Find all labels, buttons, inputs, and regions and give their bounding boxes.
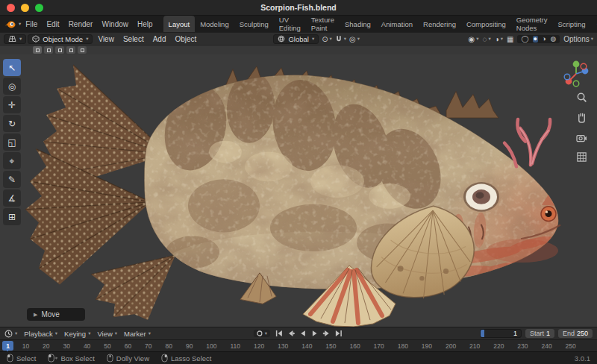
measure-tool[interactable]: ∡ <box>3 189 21 207</box>
playback-menu[interactable]: Playback▾ <box>24 330 57 338</box>
scale-tool[interactable]: ◱ <box>3 134 21 151</box>
select-box-tool[interactable]: ↖ <box>3 59 21 76</box>
tab-shading[interactable]: Shading <box>340 16 376 32</box>
scorpion-fish-model[interactable] <box>0 54 597 327</box>
play-reverse-button[interactable] <box>298 329 307 338</box>
snap-selector[interactable]: ▾ <box>335 35 346 43</box>
transform-tool[interactable]: ⌖ <box>3 152 21 169</box>
blender-version: 3.0.1 <box>575 354 590 363</box>
chevron-down-icon: ▾ <box>265 331 267 336</box>
tab-modeling[interactable]: Modeling <box>195 16 234 32</box>
chevron-down-icon: ▾ <box>149 331 151 336</box>
object-menu[interactable]: Object <box>172 35 201 43</box>
ruler-tick: 80 <box>166 342 172 350</box>
tab-geometry-nodes[interactable]: Geometry Nodes <box>511 16 553 32</box>
proportional-editing-selector[interactable]: ◎▾ <box>349 35 360 43</box>
tab-uv-editing[interactable]: UV Editing <box>274 16 306 32</box>
pan-view-icon[interactable] <box>576 112 587 126</box>
visibility-dropdown[interactable]: ◉▾ <box>468 35 478 43</box>
mode-selector[interactable]: Object Mode ▾ <box>28 34 93 44</box>
prev-keyframe-button[interactable] <box>287 329 296 338</box>
annotate-tool[interactable]: ✎ <box>3 171 21 188</box>
edit-menu[interactable]: Edit <box>42 20 63 28</box>
tab-scripting[interactable]: Scripting <box>552 16 590 32</box>
chevron-down-icon: ▾ <box>344 37 346 42</box>
view-menu[interactable]: View <box>94 35 118 43</box>
ruler-tick: 100 <box>206 342 216 350</box>
axis-y-handle[interactable] <box>573 61 580 68</box>
status-hint-dolly-view: Dolly View <box>107 354 149 363</box>
pivot-point-selector[interactable]: ⊙▾ <box>322 35 332 43</box>
frame-start-field[interactable]: Start1 <box>525 329 554 338</box>
shading-rendered-icon[interactable]: ◍ <box>549 36 557 43</box>
chevron-down-icon: ▾ <box>591 37 593 42</box>
3d-viewport[interactable]: ↖ ◎ ✛ ↻ ◱ ⌖ ✎ ∡ ⊞ <box>0 54 597 327</box>
blender-logo-icon[interactable]: ▾ <box>4 20 21 28</box>
chevron-down-icon: ▾ <box>312 37 314 42</box>
cursor-tool[interactable]: ◎ <box>3 78 21 95</box>
shading-options-dropdown[interactable]: Options▾ <box>563 35 593 43</box>
next-keyframe-button[interactable] <box>322 329 331 338</box>
select-mode-subtract-icon[interactable] <box>55 46 64 54</box>
help-menu[interactable]: Help <box>133 20 157 28</box>
move-icon: ✛ <box>8 100 16 110</box>
select-mode-intersect-icon[interactable] <box>78 46 87 54</box>
annotate-icon: ✎ <box>8 175 16 185</box>
add-menu[interactable]: Add <box>149 35 170 43</box>
show-overlays-toggle[interactable]: ◑▾ <box>495 35 503 43</box>
current-frame-field[interactable]: 1 <box>480 329 522 338</box>
minimize-button[interactable] <box>21 4 29 12</box>
timeline-view-menu[interactable]: View▾ <box>97 330 117 338</box>
close-button[interactable] <box>7 4 15 12</box>
move-tool[interactable]: ✛ <box>3 96 21 113</box>
timeline-editor-selector[interactable]: ▾ <box>4 330 17 338</box>
operator-panel[interactable]: ▶ Move <box>27 308 85 321</box>
tab-compositing[interactable]: Compositing <box>461 16 511 32</box>
show-gizmo-toggle[interactable]: ◌▾ <box>482 35 490 43</box>
toggle-ortho-icon[interactable] <box>576 151 587 166</box>
ruler-tick: 190 <box>422 342 432 350</box>
transform-orientation-selector[interactable]: Global ▾ <box>273 34 319 44</box>
ruler-tick: 110 <box>230 342 240 350</box>
file-menu[interactable]: File <box>21 20 42 28</box>
window-menu[interactable]: Window <box>97 20 133 28</box>
camera-view-icon[interactable] <box>576 132 587 145</box>
workspace-tabs: Layout Modeling Sculpting UV Editing Tex… <box>163 16 597 32</box>
auto-keying-toggle[interactable]: ▾ <box>254 330 270 337</box>
editor-type-selector[interactable]: ▾ <box>4 34 26 44</box>
rotate-tool[interactable]: ↻ <box>3 115 21 132</box>
fullscreen-button[interactable] <box>35 4 43 12</box>
select-mode-extend-icon[interactable] <box>44 46 53 54</box>
tab-layout[interactable]: Layout <box>163 16 196 32</box>
shading-material-icon[interactable]: ◑ <box>541 36 546 43</box>
current-frame-marker[interactable]: 1 <box>2 341 13 351</box>
tab-sculpting[interactable]: Sculpting <box>234 16 274 32</box>
status-hint-lasso-select: Lasso Select <box>161 354 211 363</box>
toggle-xray-button[interactable]: ▦ <box>507 35 513 43</box>
tab-animation[interactable]: Animation <box>376 16 418 32</box>
navigation-gizmo[interactable] <box>561 59 591 92</box>
zoom-view-icon[interactable] <box>576 92 587 106</box>
tab-texture-paint[interactable]: Texture Paint <box>306 16 340 32</box>
play-button[interactable] <box>310 329 319 338</box>
current-frame-value: 1 <box>513 330 517 337</box>
status-hint-box-select: Box Select <box>48 354 94 363</box>
add-workspace-button[interactable]: ＋ <box>590 16 597 32</box>
jump-to-start-button[interactable] <box>275 329 284 338</box>
jump-to-end-button[interactable] <box>334 329 343 338</box>
tab-rendering[interactable]: Rendering <box>418 16 461 32</box>
object-mode-icon <box>32 35 40 43</box>
shading-solid-icon[interactable]: ● <box>533 36 538 43</box>
select-mode-set-icon[interactable] <box>33 46 42 54</box>
render-menu[interactable]: Render <box>64 20 98 28</box>
select-box-icon: ↖ <box>8 63 16 73</box>
keying-menu[interactable]: Keying▾ <box>64 330 90 338</box>
select-menu[interactable]: Select <box>119 35 148 43</box>
shading-wireframe-icon[interactable]: ◯ <box>520 36 529 43</box>
frame-end-field[interactable]: End250 <box>558 329 593 338</box>
marker-menu[interactable]: Marker▾ <box>124 330 151 338</box>
mouse-left-drag-icon <box>48 354 57 363</box>
select-mode-invert-icon[interactable] <box>66 46 75 54</box>
timeline-ruler[interactable]: 1102030405060708090100110120130140150160… <box>0 339 597 351</box>
add-cube-tool[interactable]: ⊞ <box>3 208 21 225</box>
